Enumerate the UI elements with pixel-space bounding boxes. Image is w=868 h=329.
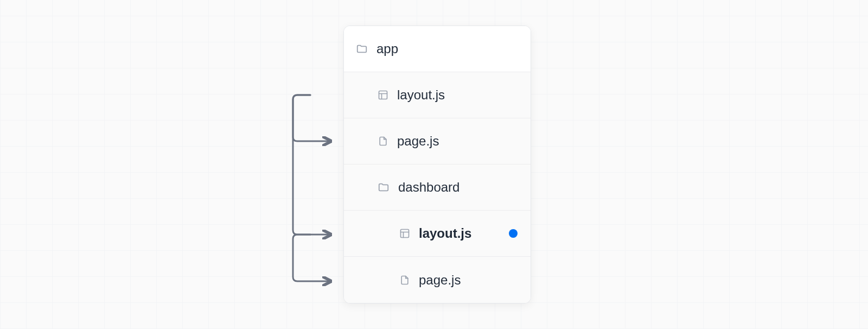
tree-item-label: layout.js [397,87,531,103]
file-icon [378,136,388,147]
file-tree-panel: app layout.js page.js dashboard layout.j… [343,26,531,303]
folder-icon [356,43,368,55]
svg-rect-3 [401,230,409,238]
active-indicator-icon [509,229,518,238]
tree-item-dashboard-layout[interactable]: layout.js [344,211,531,257]
tree-item-label: layout.js [419,226,500,241]
tree-item-page[interactable]: page.js [344,118,531,164]
tree-item-layout[interactable]: layout.js [344,72,531,118]
tree-item-label: page.js [397,134,531,149]
tree-root-label: app [376,41,531,56]
tree-item-label: page.js [419,273,531,288]
tree-item-label: dashboard [398,180,531,195]
tree-root[interactable]: app [344,26,531,72]
folder-icon [378,181,390,193]
layout-icon [378,90,388,100]
tree-item-dashboard-page[interactable]: page.js [344,257,531,303]
tree-item-dashboard[interactable]: dashboard [344,164,531,211]
file-icon [399,275,410,286]
layout-icon [399,228,410,239]
svg-rect-0 [379,91,387,99]
